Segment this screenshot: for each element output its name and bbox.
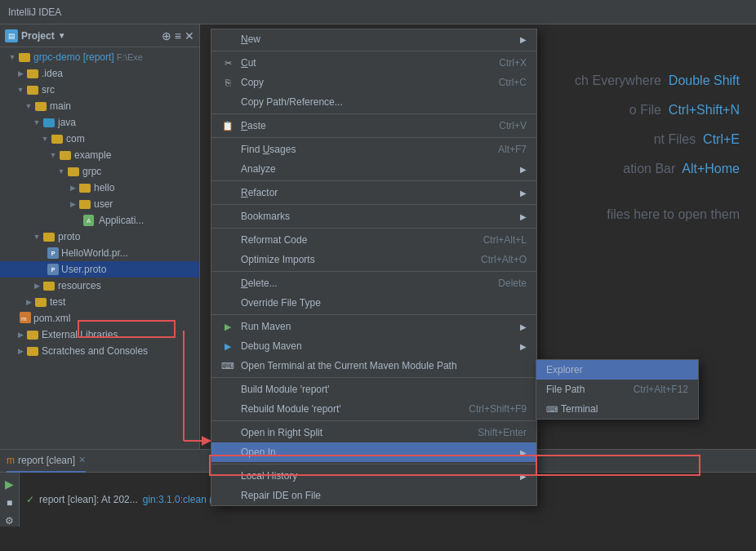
run-settings-button[interactable]: ⚙ (5, 515, 14, 527)
menu-label-delete: Delete... (241, 278, 278, 289)
menu-label-rebuild-module: Rebuild Module 'report' (241, 403, 341, 415)
folder-icon-java (42, 117, 56, 128)
folder-icon-hello (78, 182, 91, 193)
menu-item-paste[interactable]: 📋 Paste Ctrl+V (211, 116, 536, 136)
menu-label-open-in: Open In (241, 447, 276, 458)
tree-item-com[interactable]: ▼ com (0, 131, 199, 147)
tree-item-userproto[interactable]: P User.proto (0, 261, 199, 278)
tree-item-resources[interactable]: ▶ resources (0, 278, 199, 294)
run-play-button[interactable]: ▶ (5, 478, 14, 491)
menu-item-run-maven[interactable]: ▶ Run Maven ▶ (211, 317, 536, 336)
tree-label-proto: proto (58, 231, 80, 242)
menu-item-repair[interactable]: Repair IDE on File (211, 486, 536, 505)
menu-label-bookmarks: Bookmarks (241, 211, 290, 222)
run-check-icon: ✓ (26, 494, 34, 505)
menu-item-bookmarks[interactable]: Bookmarks ▶ (211, 207, 536, 226)
menu-item-openright-left: Open in Right Split (221, 426, 322, 439)
file-icon-userproto: P (47, 264, 59, 275)
tree-item-example[interactable]: ▼ example (0, 147, 199, 163)
submenu-label-explorer: Explorer (546, 364, 583, 375)
menu-item-debug-maven[interactable]: ▶ Debug Maven ▶ (211, 336, 536, 356)
menu-shortcut-find: Alt+F7 (498, 144, 527, 155)
run-tab-close[interactable]: ✕ (78, 455, 86, 465)
tree-item-helloworld[interactable]: P HelloWorld.pr... (0, 245, 199, 261)
run-stop-button[interactable]: ■ (7, 497, 12, 509)
tree-item-java[interactable]: ▼ java (0, 114, 199, 131)
submenu-item-terminal[interactable]: ⌨ Terminal (536, 399, 698, 419)
menu-item-openterminal-left: ⌨ Open Terminal at the Current Maven Mod… (221, 359, 457, 372)
repair-icon (221, 489, 234, 502)
menu-item-open-right-split[interactable]: Open in Right Split Shift+Enter (211, 423, 536, 442)
folder-icon-grpc (67, 166, 80, 177)
tree-item-proto[interactable]: ▼ proto (0, 229, 199, 245)
menu-label-refactor: Refactor (241, 187, 278, 198)
menu-item-repair-left: Repair IDE on File (221, 489, 321, 502)
add-icon[interactable]: ⊕ (162, 29, 171, 42)
menu-item-copy[interactable]: ⎘ Copy Ctrl+C (211, 73, 536, 92)
menu-item-open-terminal[interactable]: ⌨ Open Terminal at the Current Maven Mod… (211, 356, 536, 375)
tree-item-grpc[interactable]: ▼ grpc (0, 163, 199, 180)
project-title: Project (21, 30, 55, 42)
tree-item-application[interactable]: A Applicati... (0, 212, 199, 229)
menu-item-override-type[interactable]: Override File Type (211, 293, 536, 313)
menu-item-analyze[interactable]: Analyze ▶ (211, 159, 536, 179)
separator-9 (211, 377, 536, 378)
tree-item-scratches[interactable]: ▶ Scratches and Consoles (0, 343, 199, 359)
menu-item-copy-path[interactable]: Copy Path/Reference... (211, 92, 536, 112)
tree-item-src[interactable]: ▼ src (0, 82, 199, 98)
debug-maven-icon: ▶ (221, 340, 234, 353)
menu-item-local-history[interactable]: Local History ▶ (211, 466, 536, 486)
tree-item-extlibs[interactable]: ▶ External Libraries (0, 327, 199, 343)
menu-item-find-left: Find Usages (221, 143, 296, 156)
menu-item-copy-left: ⎘ Copy (221, 76, 264, 89)
menu-label-new: New (241, 33, 260, 45)
folder-icon-proto (42, 231, 56, 242)
folder-icon-test (34, 296, 47, 308)
menu-label-reformat: Reformat Code (241, 234, 307, 246)
submenu-item-explorer[interactable]: Explorer (536, 360, 698, 380)
tree-label-idea: .idea (42, 68, 63, 79)
shortcut-1: ch Everywhere Double Shift (575, 73, 740, 88)
project-header: ▤ Project ▼ ⊕ ≡ ✕ (0, 24, 199, 47)
menu-item-delete[interactable]: Delete... Delete (211, 273, 536, 293)
new-icon (221, 33, 234, 46)
menu-label-local-history: Local History (241, 470, 297, 482)
menu-item-build-module[interactable]: Build Module 'report' (211, 380, 536, 399)
menu-item-new[interactable]: New ▶ (211, 29, 536, 49)
menu-label-copy: Copy (241, 77, 264, 88)
menu-item-rebuildmodule-left: Rebuild Module 'report' (221, 402, 341, 415)
menu-item-cut[interactable]: ✂ Cut Ctrl+X (211, 53, 536, 73)
separator-6 (211, 228, 536, 229)
terminal-prompt-icon: ⌨ (546, 405, 558, 414)
settings-icon[interactable]: ≡ (175, 29, 181, 42)
tree-arrow-com: ▼ (39, 135, 51, 143)
menu-item-optimize[interactable]: Optimize Imports Ctrl+Alt+O (211, 250, 536, 269)
shortcut-2: o File Ctrl+Shift+N (629, 103, 740, 118)
folder-icon-src (26, 84, 39, 96)
tree-item-pomxml[interactable]: m pom.xml (0, 310, 199, 327)
tree-item-root[interactable]: ▼ grpc-demo [report] F:\Exe (0, 49, 199, 65)
optimize-icon (221, 253, 234, 266)
tree-item-test[interactable]: ▶ test (0, 294, 199, 310)
rebuild-icon (221, 402, 234, 415)
menu-item-open-in[interactable]: Open In ▶ (211, 442, 536, 462)
menu-item-override-left: Override File Type (221, 296, 321, 309)
menu-item-reformat[interactable]: Reformat Code Ctrl+Alt+L (211, 230, 536, 250)
run-text: report [clean]: At 202... (39, 494, 138, 505)
project-dropdown-icon[interactable]: ▼ (58, 31, 66, 40)
tree-label-grpc: grpc (82, 166, 101, 177)
menu-item-rebuild-module[interactable]: Rebuild Module 'report' Ctrl+Shift+F9 (211, 399, 536, 419)
tree-item-main[interactable]: ▼ main (0, 98, 199, 114)
shortcut-2-key: Ctrl+Shift+N (669, 103, 740, 117)
tree-item-hello[interactable]: ▶ hello (0, 180, 199, 196)
menu-item-find-usages[interactable]: Find Usages Alt+F7 (211, 140, 536, 159)
menu-item-refactor-left: Refactor (221, 186, 278, 199)
close-panel-icon[interactable]: ✕ (185, 29, 194, 42)
menu-item-refactor[interactable]: Refactor ▶ (211, 183, 536, 202)
submenu-label-terminal: Terminal (561, 403, 598, 415)
tree-item-user[interactable]: ▶ user (0, 196, 199, 212)
tree-item-idea[interactable]: ▶ .idea (0, 65, 199, 82)
run-tab-active[interactable]: m report [clean] ✕ (7, 450, 86, 473)
submenu-item-file-path[interactable]: File Path Ctrl+Alt+F12 (536, 380, 698, 399)
tree-label-scratches: Scratches and Consoles (42, 345, 148, 357)
